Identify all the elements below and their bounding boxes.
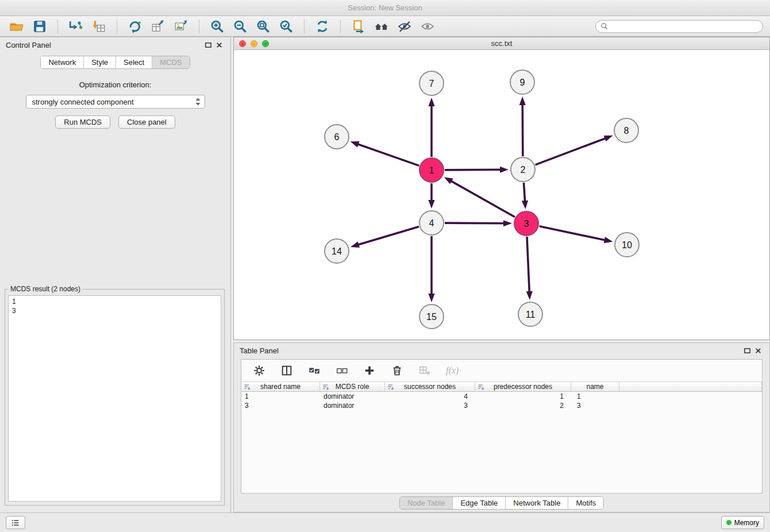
toolbar-separator (340, 20, 341, 33)
import-table-button[interactable] (89, 17, 109, 36)
run-mcds-button[interactable]: Run MCDS (55, 115, 110, 129)
maximize-window-button[interactable]: + (262, 40, 269, 47)
zoom-fit-button[interactable] (253, 17, 273, 36)
new-network-button[interactable] (125, 17, 145, 36)
tab-network-table[interactable]: Network Table (506, 497, 568, 509)
table-panel-title: Table Panel (240, 346, 742, 355)
close-icon (754, 347, 762, 354)
search-input[interactable] (610, 22, 758, 31)
search-box[interactable] (595, 20, 763, 33)
graph-node-label: 4 (429, 218, 434, 228)
save-session-button[interactable] (30, 17, 49, 36)
graph-arrowhead (526, 291, 533, 300)
graph-node-label: 11 (526, 310, 536, 319)
attach-table-button[interactable] (148, 17, 168, 36)
mcds-result-title: MCDS result (2 nodes) (8, 285, 83, 293)
column-header-mcds-role[interactable]: MCDS role (320, 381, 385, 392)
dropdown-stepper-icon (194, 97, 202, 106)
float-table-panel-button[interactable] (742, 346, 753, 355)
list-icon (11, 518, 20, 527)
toolbar-separator (199, 20, 199, 33)
graph-edge-3-11[interactable] (527, 237, 529, 294)
cell-name: 3 (571, 401, 619, 410)
close-window-button[interactable]: × (239, 40, 246, 47)
zoom-out-button[interactable] (230, 17, 250, 36)
create-column-button[interactable] (361, 361, 378, 380)
cell-shared-name: 3 (241, 401, 320, 410)
column-header-name[interactable]: name (571, 381, 619, 392)
network-graph[interactable]: 1234678910111415 (234, 50, 769, 340)
select-all-rows-button[interactable] (306, 361, 323, 380)
tab-style[interactable]: Style (84, 56, 116, 68)
attach-table-icon (151, 19, 165, 34)
tab-mcds[interactable]: MCDS (152, 56, 189, 68)
sort-icon (322, 383, 330, 391)
delete-table-button[interactable] (416, 361, 433, 380)
export-image-button[interactable] (171, 17, 191, 36)
function-builder-button[interactable]: f(x) (444, 361, 461, 380)
new-network-icon (128, 19, 143, 34)
cell-mcds-role: dominator (320, 392, 385, 401)
graph-edge-1-6[interactable] (356, 144, 419, 165)
graph-node-label: 15 (426, 312, 437, 322)
table-row[interactable]: 3 dominator 3 2 3 (241, 401, 762, 410)
import-network-button[interactable] (66, 17, 86, 36)
open-session-button[interactable] (7, 17, 26, 36)
control-panel: Control Panel Network Style Select MCDS … (0, 37, 231, 512)
optimization-criterion-select[interactable]: strongly connected component (26, 95, 205, 109)
column-header-predecessor-nodes[interactable]: predecessor nodes (475, 381, 571, 392)
network-window-title: scc.txt (491, 39, 513, 48)
graph-edge-2-9[interactable] (522, 103, 523, 156)
tab-edge-table[interactable]: Edge Table (453, 497, 506, 509)
graph-arrowhead (428, 200, 434, 209)
zoom-selected-button[interactable] (276, 17, 296, 36)
deselect-all-rows-button[interactable] (333, 361, 351, 380)
eye-slash-icon (397, 19, 412, 34)
graph-arrowhead (503, 220, 512, 226)
column-header-shared-name[interactable]: shared name (241, 381, 320, 392)
tab-select[interactable]: Select (116, 56, 152, 68)
tab-motifs[interactable]: Motifs (568, 497, 603, 509)
node-table-container: f(x) shared name MCDS role successor nod… (241, 359, 763, 494)
open-browser-button[interactable] (372, 17, 391, 36)
column-header-successor-nodes[interactable]: successor nodes (385, 381, 475, 392)
search-icon (600, 22, 608, 30)
import-network-icon (68, 19, 83, 34)
graph-arrowhead (500, 167, 509, 173)
graph-edge-2-8[interactable] (536, 138, 607, 165)
task-history-button[interactable] (6, 516, 25, 529)
graph-edge-4-14[interactable] (357, 227, 419, 245)
zoom-in-button[interactable] (207, 17, 227, 36)
memory-button[interactable]: Memory (721, 516, 764, 529)
clone-network-button[interactable] (349, 17, 368, 36)
show-graphics-details-button[interactable] (418, 17, 437, 36)
graph-edge-3-10[interactable] (540, 226, 607, 241)
gear-icon (253, 364, 265, 377)
graph-edge-4-3[interactable] (445, 223, 506, 223)
control-panel-title: Control Panel (6, 41, 203, 49)
refresh-layout-button[interactable] (313, 17, 332, 36)
cell-shared-name: 1 (241, 392, 320, 401)
delete-column-button[interactable] (388, 361, 406, 380)
close-panel-action-button[interactable]: Close panel (118, 115, 175, 129)
close-panel-button[interactable] (214, 41, 225, 49)
hide-graphics-details-button[interactable] (395, 17, 414, 36)
close-table-panel-button[interactable] (753, 346, 764, 355)
graph-edge-3-1[interactable] (449, 180, 515, 217)
tab-network[interactable]: Network (41, 56, 84, 68)
tab-node-table[interactable]: Node Table (400, 497, 453, 509)
graph-edge-1-2[interactable] (445, 169, 502, 170)
network-window-titlebar: × − + scc.txt (234, 37, 769, 50)
mcds-result-list[interactable]: 1 3 (8, 295, 221, 502)
table-settings-button[interactable] (251, 361, 268, 380)
graph-arrowhead (519, 97, 526, 105)
toolbar-separator (117, 20, 117, 33)
graph-arrowhead (444, 177, 453, 184)
table-row[interactable]: 1 dominator 4 1 1 (241, 392, 762, 401)
graph-edge-2-3[interactable] (523, 183, 525, 203)
minimize-window-button[interactable]: − (251, 40, 257, 47)
show-column-button[interactable] (278, 361, 295, 380)
zoom-fit-icon (256, 19, 271, 34)
network-canvas[interactable]: 1234678910111415 (234, 50, 769, 340)
float-panel-button[interactable] (203, 41, 214, 49)
